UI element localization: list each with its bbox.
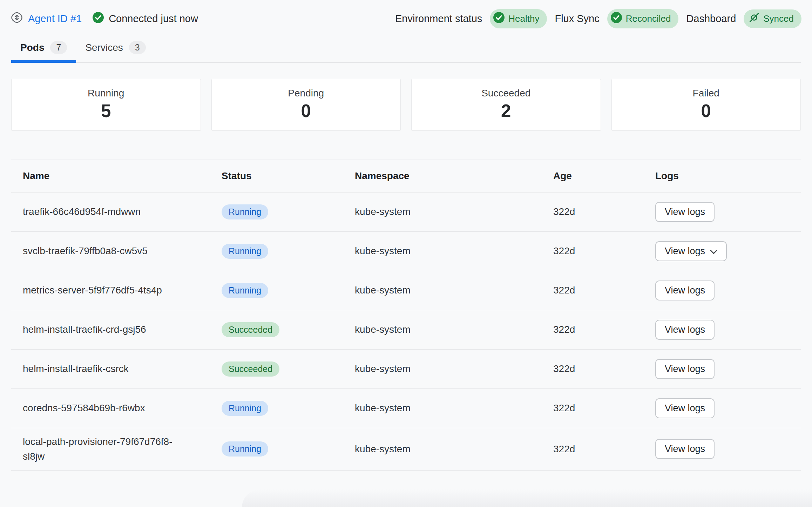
tab-pods[interactable]: Pods 7: [11, 41, 76, 63]
view-logs-label: View logs: [665, 444, 705, 454]
tab-services[interactable]: Services 3: [76, 41, 155, 63]
tab-pods-count: 7: [50, 41, 67, 54]
pod-namespace: kube-system: [355, 271, 553, 310]
stat-value: 0: [212, 102, 401, 121]
pod-status-cell: Running: [222, 231, 355, 271]
column-header-logs: Logs: [655, 160, 801, 192]
table-row: metrics-server-5f9f776df5-4ts4p Running …: [11, 271, 801, 310]
pod-name: traefik-66c46d954f-mdwwn: [11, 192, 222, 231]
top-header: Agent ID #1 Connected just now Environme…: [0, 0, 812, 28]
connected-check-icon: [92, 12, 104, 26]
chevron-down-icon: [710, 246, 717, 257]
stat-card-succeeded: Succeeded 2: [411, 79, 601, 131]
environment-status-label: Environment status: [395, 13, 482, 25]
column-header-name: Name: [11, 160, 222, 192]
table-header-row: Name Status Namespace Age Logs: [11, 160, 801, 192]
pods-table: Name Status Namespace Age Logs traefik-6…: [11, 160, 801, 471]
pod-name: svclb-traefik-79ffb0a8-cw5v5: [11, 231, 222, 271]
view-logs-button[interactable]: View logs: [655, 241, 727, 261]
table-row: helm-install-traefik-csrck Succeeded kub…: [11, 349, 801, 388]
pod-age: 322d: [553, 310, 655, 349]
view-logs-label: View logs: [665, 364, 705, 374]
view-logs-button[interactable]: View logs: [655, 439, 715, 459]
stat-card-failed: Failed 0: [611, 79, 801, 131]
pod-name: helm-install-traefik-csrck: [11, 349, 222, 388]
agent-badge-icon: [11, 11, 23, 26]
view-logs-label: View logs: [665, 246, 705, 257]
status-badge: Running: [222, 283, 268, 298]
pod-name: helm-install-traefik-crd-gsj56: [11, 310, 222, 349]
column-header-status: Status: [222, 160, 355, 192]
pod-logs-cell: View logs: [655, 231, 801, 271]
dashboard-sync-badge: Synced: [744, 9, 801, 28]
pod-status-cell: Running: [222, 192, 355, 231]
pod-namespace: kube-system: [355, 231, 553, 271]
pod-age: 322d: [553, 388, 655, 428]
pod-age: 322d: [553, 231, 655, 271]
agent-id-link[interactable]: Agent ID #1: [28, 13, 82, 25]
view-logs-label: View logs: [665, 285, 705, 296]
table-row: svclb-traefik-79ffb0a8-cw5v5 Running kub…: [11, 231, 801, 271]
status-badge: Succeeded: [222, 322, 279, 337]
dashboard-page: Agent ID #1 Connected just now Environme…: [0, 0, 812, 507]
stat-value: 5: [12, 102, 201, 121]
tab-pods-label: Pods: [20, 42, 44, 53]
flux-sync-label: Flux Sync: [555, 13, 599, 25]
pod-logs-cell: View logs: [655, 428, 801, 470]
pod-status-cell: Running: [222, 388, 355, 428]
status-badge: Running: [222, 441, 268, 457]
environment-status-badge: Healthy: [490, 9, 547, 28]
status-badge: Succeeded: [222, 361, 279, 377]
pod-logs-cell: View logs: [655, 271, 801, 310]
status-badge: Running: [222, 244, 268, 259]
stat-label: Pending: [212, 88, 401, 99]
dashboard-sync-value: Synced: [763, 13, 794, 24]
flux-sync-value: Reconciled: [626, 13, 671, 24]
pod-namespace: kube-system: [355, 310, 553, 349]
status-badge: Running: [222, 401, 268, 416]
tab-services-label: Services: [85, 42, 123, 53]
pod-status-summary: Running 5 Pending 0 Succeeded 2 Failed 0: [11, 79, 801, 131]
view-logs-label: View logs: [665, 403, 705, 414]
tab-services-count: 3: [129, 41, 146, 54]
connection-status-text: Connected just now: [109, 13, 198, 25]
view-logs-button[interactable]: View logs: [655, 320, 715, 340]
pod-namespace: kube-system: [355, 428, 553, 470]
pod-namespace: kube-system: [355, 388, 553, 428]
table-row: local-path-provisioner-79f67d76f8-sl8jw …: [11, 428, 801, 470]
stat-value: 2: [412, 102, 601, 121]
table-row: coredns-597584b69b-r6wbx Running kube-sy…: [11, 388, 801, 428]
synced-commit-icon: [749, 12, 760, 26]
pod-namespace: kube-system: [355, 349, 553, 388]
view-logs-button[interactable]: View logs: [655, 280, 715, 300]
stat-value: 0: [612, 102, 801, 121]
view-logs-button[interactable]: View logs: [655, 202, 715, 222]
pod-name: coredns-597584b69b-r6wbx: [11, 388, 222, 428]
stat-card-running: Running 5: [11, 79, 201, 131]
view-logs-label: View logs: [665, 207, 705, 217]
reconciled-check-icon: [610, 12, 622, 26]
view-logs-label: View logs: [665, 324, 705, 335]
pods-table-body: traefik-66c46d954f-mdwwn Running kube-sy…: [11, 192, 801, 470]
table-row: traefik-66c46d954f-mdwwn Running kube-sy…: [11, 192, 801, 231]
stat-label: Running: [12, 88, 201, 99]
agent-status-group: Agent ID #1 Connected just now: [11, 11, 198, 26]
stat-label: Succeeded: [412, 88, 601, 99]
pod-logs-cell: View logs: [655, 388, 801, 428]
pod-status-cell: Running: [222, 271, 355, 310]
pod-age: 322d: [553, 428, 655, 470]
healthy-check-icon: [493, 12, 505, 26]
bottom-panel-edge: [242, 489, 812, 507]
resource-tabs: Pods 7 Services 3: [11, 41, 801, 63]
environment-status-group: Environment status Healthy Flux Sync: [395, 9, 801, 28]
connection-status-group: Connected just now: [92, 12, 198, 26]
pod-name: local-path-provisioner-79f67d76f8-sl8jw: [11, 428, 222, 470]
stat-label: Failed: [612, 88, 801, 99]
pod-namespace: kube-system: [355, 192, 553, 231]
pod-age: 322d: [553, 349, 655, 388]
flux-sync-badge: Reconciled: [607, 9, 679, 28]
view-logs-button[interactable]: View logs: [655, 359, 715, 379]
view-logs-button[interactable]: View logs: [655, 398, 715, 418]
pod-logs-cell: View logs: [655, 192, 801, 231]
pod-name: metrics-server-5f9f776df5-4ts4p: [11, 271, 222, 310]
